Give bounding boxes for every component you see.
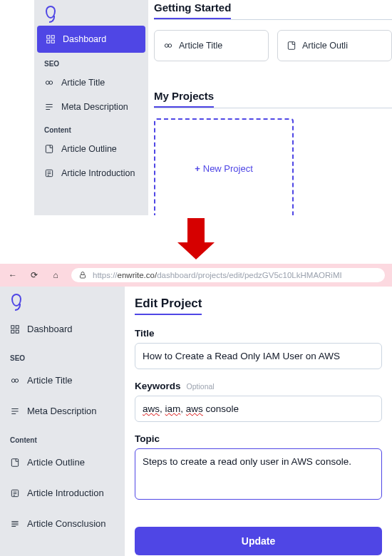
svg-rect-19 [16, 325, 19, 328]
svg-rect-17 [81, 275, 86, 279]
svg-rect-1 [51, 36, 54, 38]
browser-toolbar: ← ⟳ ⌂ https://enwrite.co/dashboard/proje… [0, 264, 392, 287]
sidebar-label: Dashboard [63, 34, 106, 44]
address-bar[interactable]: https://enwrite.co/dashboard/projects/ed… [71, 268, 385, 282]
dashboard-icon [10, 324, 20, 334]
lock-icon [78, 271, 87, 279]
list-icon [10, 406, 20, 416]
keywords-input[interactable]: aws, iam, aws console [135, 396, 382, 422]
sidebar-label: Meta Description [27, 406, 97, 416]
sidebar-top: Dashboard SEO Article Title Meta Descrip… [34, 0, 148, 215]
card-label: Article Title [179, 41, 222, 51]
text-icon [44, 168, 54, 178]
card-article-title[interactable]: Article Title [154, 30, 269, 61]
link-icon [163, 41, 173, 51]
svg-point-22 [11, 379, 15, 382]
note-icon [287, 41, 296, 51]
page-title: Edit Project [135, 297, 202, 315]
sidebar-item-article-introduction[interactable]: Article Introduction [34, 161, 148, 185]
title-input[interactable] [135, 343, 382, 369]
label-keywords: Keywords Optional [135, 381, 382, 391]
svg-rect-20 [16, 330, 19, 333]
svg-point-4 [46, 81, 49, 85]
sidebar-item-meta-description[interactable]: Meta Description [34, 95, 148, 119]
link-icon [44, 78, 54, 88]
sidebar-label: Article Title [61, 78, 105, 88]
svg-point-23 [15, 379, 19, 382]
sidebar-item-article-title[interactable]: Article Title [0, 365, 125, 396]
sidebar-label: Article Introduction [61, 168, 135, 178]
svg-point-5 [49, 81, 53, 85]
new-project-label: New Project [203, 163, 253, 174]
bottom-screenshot: Dashboard SEO Article Title Meta Descrip… [0, 287, 392, 556]
plus-icon: + [195, 163, 200, 174]
sidebar-label: Dashboard [27, 324, 73, 334]
svg-rect-2 [51, 40, 54, 43]
svg-point-14 [165, 44, 168, 48]
sidebar-item-article-introduction[interactable]: Article Introduction [0, 478, 125, 508]
sidebar-item-dashboard[interactable]: Dashboard [0, 314, 125, 344]
list-icon [44, 102, 54, 112]
svg-rect-21 [11, 330, 14, 333]
new-project-button[interactable]: + New Project [154, 118, 294, 215]
sidebar-item-article-conclusion[interactable]: Article Consclusion [0, 508, 125, 539]
sidebar-section-seo: SEO [34, 53, 148, 71]
label-topic: Topic [135, 433, 382, 444]
card-article-outline[interactable]: Article Outli [277, 30, 392, 61]
sidebar-item-meta-description[interactable]: Meta Description [0, 396, 125, 426]
url: https://enwrite.co/dashboard/projects/ed… [93, 271, 342, 279]
lines-icon [10, 519, 20, 529]
my-projects-heading: My Projects [154, 88, 214, 108]
sidebar-section-content: Content [34, 119, 148, 137]
main-top: Getting Started Article Title Article Ou… [148, 0, 392, 215]
link-icon [10, 376, 20, 386]
sidebar-item-dashboard[interactable]: Dashboard [37, 26, 145, 53]
svg-rect-27 [11, 458, 18, 466]
text-icon [10, 488, 20, 498]
sidebar-section-content: Content [0, 426, 125, 447]
svg-rect-18 [11, 325, 14, 328]
arrow-annotation [0, 218, 392, 244]
svg-rect-16 [288, 42, 294, 50]
note-icon [44, 144, 54, 154]
dashboard-icon [46, 34, 56, 44]
sidebar-label: Meta Description [61, 102, 128, 112]
sidebar-label: Article Introduction [27, 488, 104, 498]
getting-started-heading: Getting Started [154, 0, 231, 19]
sidebar-label: Article Outline [27, 457, 85, 468]
sidebar-section-seo: SEO [0, 344, 125, 365]
sidebar-label: Article Outline [61, 144, 117, 154]
home-icon[interactable]: ⌂ [50, 269, 61, 281]
sidebar-bottom: Dashboard SEO Article Title Meta Descrip… [0, 287, 125, 556]
optional-tag: Optional [187, 382, 215, 391]
reload-icon[interactable]: ⟳ [29, 269, 40, 281]
logo [0, 294, 125, 314]
top-screenshot: Dashboard SEO Article Title Meta Descrip… [34, 0, 392, 215]
update-button[interactable]: Update [135, 527, 382, 555]
main-bottom: Edit Project Title Keywords Optional aws… [125, 287, 392, 556]
note-icon [10, 458, 20, 468]
card-row: Article Title Article Outli [154, 30, 392, 61]
svg-rect-9 [46, 145, 52, 153]
svg-rect-0 [47, 36, 50, 38]
card-label: Article Outli [302, 41, 348, 51]
logo [34, 6, 148, 26]
svg-point-15 [168, 44, 172, 48]
sidebar-label: Article Title [27, 375, 73, 386]
topic-textarea[interactable]: Steps to create a read only user in AWS … [135, 448, 382, 500]
sidebar-item-article-outline[interactable]: Article Outline [0, 447, 125, 478]
back-icon[interactable]: ← [7, 269, 19, 281]
sidebar-label: Article Consclusion [27, 518, 106, 529]
sidebar-item-article-outline[interactable]: Article Outline [34, 137, 148, 161]
sidebar-item-article-title[interactable]: Article Title [34, 71, 148, 95]
svg-rect-3 [47, 40, 50, 43]
label-title: Title [135, 328, 382, 339]
